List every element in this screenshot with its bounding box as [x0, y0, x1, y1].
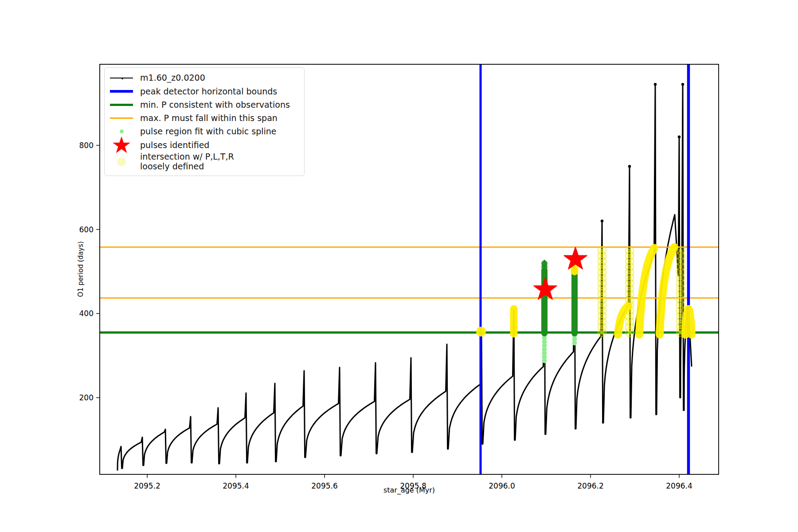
legend-item-min-p: min. P consistent with observations [110, 98, 299, 111]
x-axis-label: star_age (Myr) [383, 486, 435, 494]
legend-item-pulses: ★ pulses identified [110, 139, 299, 151]
legend-item-pulse-fit: pulse region fit with cubic spline [110, 125, 299, 138]
legend: m1.60_z0.0200 peak detector horizontal b… [104, 67, 305, 176]
series-line-icon [110, 78, 133, 78]
legend-label: max. P must fall within this span [140, 113, 278, 123]
figure: 2095.22095.42095.62095.82096.02096.22096… [0, 0, 798, 532]
green-line-icon [110, 104, 133, 106]
x-tick-label: 2096.0 [489, 481, 515, 490]
x-tick-label: 2095.4 [223, 481, 249, 490]
legend-item-series: m1.60_z0.0200 [110, 72, 299, 84]
legend-label: peak detector horizontal bounds [140, 87, 277, 96]
y-tick-label: 800 [79, 141, 94, 150]
paleyellow-dot-icon [110, 157, 133, 166]
legend-label: min. P consistent with observations [140, 100, 290, 110]
x-tick-label: 2095.2 [134, 481, 160, 490]
legend-item-peak-bounds: peak detector horizontal bounds [110, 85, 299, 98]
legend-label: m1.60_z0.0200 [140, 73, 205, 82]
legend-item-intersection: intersection w/ P,L,T,R loosely defined [110, 152, 299, 171]
y-tick-label: 400 [79, 309, 94, 318]
legend-label: intersection w/ P,L,T,R loosely defined [140, 152, 234, 171]
y-tick-label: 200 [79, 393, 94, 402]
legend-item-max-p: max. P must fall within this span [110, 112, 299, 125]
x-tick-label: 2096.4 [666, 481, 692, 490]
blue-line-icon [110, 90, 133, 93]
red-star-icon: ★ [110, 139, 133, 151]
orange-line-icon [110, 117, 133, 119]
y-axis-label: O1 period (days) [77, 241, 85, 297]
y-tick-label: 600 [79, 225, 94, 234]
legend-label: pulses identified [140, 141, 209, 150]
x-tick-label: 2096.2 [577, 481, 603, 490]
legend-label: pulse region fit with cubic spline [140, 127, 277, 136]
x-tick-label: 2095.6 [311, 481, 337, 490]
